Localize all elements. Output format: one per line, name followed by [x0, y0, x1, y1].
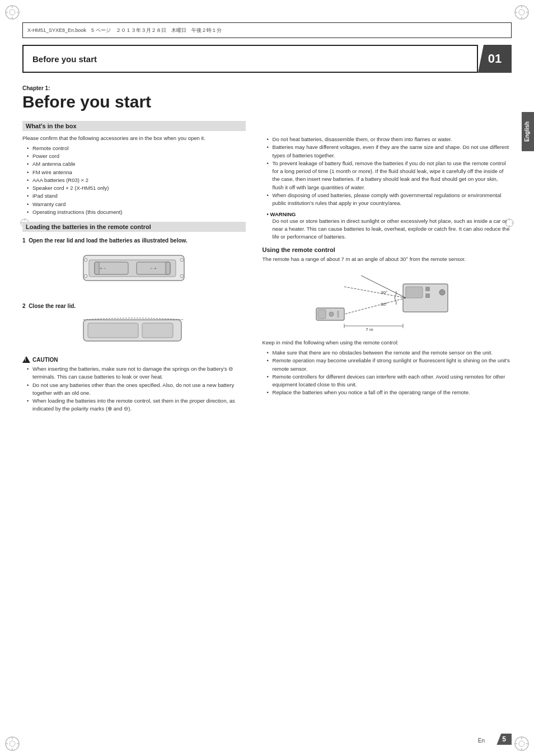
left-column: Chapter 1: Before you start What's in th…	[22, 80, 257, 728]
list-item: Operating instructions (this document)	[27, 208, 246, 216]
top-bar: X-HM51_SYXE8_En.book 5 ページ ２０１３年３月２８日 木曜…	[22, 22, 512, 38]
caution-list: When inserting the batteries, make sure …	[22, 365, 246, 413]
loading-batteries-heading: Loading the batteries in the remote cont…	[22, 222, 246, 232]
svg-rect-40	[166, 262, 170, 274]
svg-rect-50	[406, 287, 423, 298]
top-bar-text: X-HM51_SYXE8_En.book 5 ページ ２０１３年３月２８日 木曜…	[27, 27, 507, 34]
warning-item: When disposing of used batteries, please…	[267, 192, 510, 208]
page-number: 5	[496, 734, 512, 745]
chapter-label: Chapter 1:	[22, 85, 246, 91]
svg-point-1	[10, 10, 15, 15]
warning-item: Do not heat batteries, disassemble them,…	[267, 136, 510, 143]
list-item: Speaker cord × 2 (X-HM51 only)	[27, 184, 246, 192]
svg-point-53	[439, 290, 445, 295]
whats-in-box-heading: What's in the box	[22, 121, 246, 131]
using-remote-heading: Using the remote control	[263, 246, 510, 253]
svg-text:7 m: 7 m	[366, 327, 374, 332]
header-section: Before you start 01	[22, 45, 512, 73]
svg-point-58	[337, 313, 339, 315]
page-lang: En	[478, 738, 485, 744]
svg-rect-52	[425, 293, 430, 298]
using-remote-list: Make sure that there are no obstacles be…	[263, 349, 510, 397]
svg-rect-47	[88, 323, 138, 338]
svg-rect-48	[142, 323, 173, 338]
svg-point-57	[337, 311, 339, 313]
english-tab: English	[522, 112, 534, 151]
warning-item: To prevent leakage of battery fluid, rem…	[267, 160, 510, 192]
remote-diagram: 30° 30° 7 m	[263, 267, 510, 334]
list-item: iPad stand	[27, 192, 246, 200]
svg-point-59	[337, 315, 339, 318]
caution-item: When inserting the batteries, make sure …	[27, 365, 246, 381]
svg-text:30°: 30°	[381, 302, 387, 307]
warning-item: Batteries may have different voltages, e…	[267, 143, 510, 160]
caution-triangle-icon	[22, 356, 30, 363]
svg-point-56	[329, 312, 334, 316]
battery-warnings-list: Do not heat batteries, disassemble them,…	[263, 136, 510, 207]
svg-text:+  −: + −	[100, 266, 106, 271]
corner-decoration-br	[514, 736, 530, 752]
caution-item: When loading the batteries into the remo…	[27, 397, 246, 413]
svg-text:−  +: − +	[150, 266, 157, 271]
battery-diagram-2	[22, 312, 246, 352]
header-number: 01	[488, 52, 502, 66]
svg-point-13	[10, 741, 15, 746]
corner-decoration-bl	[4, 736, 20, 752]
svg-point-19	[519, 741, 524, 746]
list-item: Power cord	[27, 152, 246, 160]
warning-text: Do not use or store batteries in direct …	[273, 217, 510, 240]
corner-decoration-tr	[514, 4, 530, 20]
caution-title: CAUTION	[22, 356, 246, 363]
step1-label: 1 Open the rear lid and load the batteri…	[22, 237, 246, 244]
chapter-title: Before you start	[22, 92, 246, 111]
list-item: Warranty card	[27, 200, 246, 208]
remote-tip: Make sure that there are no obstacles be…	[267, 349, 510, 357]
corner-decoration-tl	[4, 4, 20, 20]
remote-tip: Remote operation may become unreliable i…	[267, 357, 510, 373]
step1-text: Open the rear lid and load the batteries…	[29, 237, 188, 244]
keep-in-mind-text: Keep in mind the following when using th…	[263, 339, 510, 347]
caution-box: CAUTION When inserting the batteries, ma…	[22, 356, 246, 413]
svg-line-60	[344, 298, 406, 314]
whats-in-box-intro: Please confirm that the following access…	[22, 134, 246, 142]
svg-text:30°: 30°	[381, 290, 387, 295]
step2-text: Close the rear lid.	[29, 303, 76, 309]
header-number-box: 01	[478, 45, 512, 73]
list-item: AAA batteries (R03) × 2	[27, 176, 246, 184]
right-column: Do not heat batteries, disassemble them,…	[257, 80, 510, 728]
svg-point-7	[519, 10, 524, 15]
list-item: Remote control	[27, 144, 246, 152]
remote-tip: Replace the batteries when you notice a …	[267, 389, 510, 396]
svg-rect-55	[318, 310, 326, 319]
battery-diagram-1: + − − +	[22, 247, 246, 297]
main-content: Chapter 1: Before you start What's in th…	[22, 80, 510, 728]
step2-label: 2 Close the rear lid.	[22, 303, 246, 309]
header-title: Before you start	[32, 54, 97, 64]
using-remote-intro: The remote has a range of about 7 m at a…	[263, 255, 510, 263]
remote-tip: Remote controllers for different devices…	[267, 373, 510, 389]
svg-rect-37	[95, 262, 99, 274]
list-item: AM antenna cable	[27, 160, 246, 168]
whats-in-box-list: Remote control Power cord AM antenna cab…	[22, 144, 246, 216]
header-title-box: Before you start	[22, 45, 478, 73]
list-item: FM wire antenna	[27, 169, 246, 176]
svg-rect-51	[425, 287, 430, 291]
caution-item: Do not use any batteries other than the …	[27, 381, 246, 398]
